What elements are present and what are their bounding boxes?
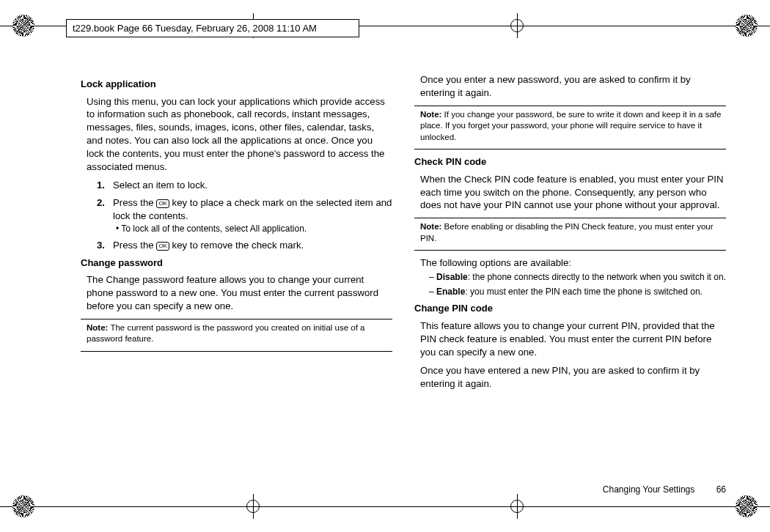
option-text: : you must enter the PIN each time the p… (465, 287, 703, 297)
heading-lock-application: Lock application (81, 78, 392, 91)
registration-mark-icon (245, 498, 261, 514)
option-label: Disable (436, 272, 468, 282)
column-left: Lock application Using this menu, you ca… (81, 73, 392, 473)
options-list: Disable: the phone connects directly to … (429, 271, 726, 298)
page-footer: Changing Your Settings 66 (603, 484, 726, 495)
page-body: Lock application Using this menu, you ca… (81, 73, 726, 473)
option-label: Enable (436, 287, 465, 297)
side-marks-right (732, 0, 761, 532)
step-text: Select an item to lock. (113, 179, 392, 192)
pinwheel-icon (12, 495, 34, 517)
note-text: If you change your password, be sure to … (420, 110, 721, 141)
pinwheel-icon (12, 15, 34, 37)
list-item: 3. Press the OK key to remove the check … (97, 239, 392, 252)
note-text: Before enabling or disabling the PIN Che… (420, 222, 714, 243)
crop-marks-bottom (0, 498, 770, 514)
note-label: Note: (87, 323, 108, 332)
note: Note: The current password is the passwo… (81, 319, 392, 348)
paragraph: Using this menu, you can lock your appli… (87, 95, 392, 174)
pinwheel-icon (736, 15, 758, 37)
note-text: The current password is the password you… (87, 323, 365, 344)
list-item: 1. Select an item to lock. (97, 179, 392, 192)
page-number: 66 (716, 484, 726, 495)
registration-mark-icon (509, 498, 525, 514)
ordered-list: 1. Select an item to lock. 2. Press the … (97, 179, 392, 222)
list-item: Disable: the phone connects directly to … (436, 271, 726, 283)
registration-mark-icon (509, 18, 525, 34)
rule-icon (81, 351, 392, 352)
column-right: Once you enter a new password, you are a… (414, 73, 726, 473)
paragraph: The Change password feature allows you t… (87, 273, 392, 312)
note: Note: If you change your password, be su… (414, 106, 726, 147)
heading-change-password: Change password (81, 256, 392, 270)
section-name: Changing Your Settings (603, 484, 694, 495)
ok-key-icon: OK (156, 199, 169, 208)
step-text: key to remove the check mark. (169, 240, 304, 251)
paragraph: Once you enter a new password, you are a… (420, 73, 726, 100)
sub-bullet: To lock all of the contents, select All … (116, 223, 392, 234)
option-text: : the phone connects directly to the net… (468, 272, 726, 282)
paragraph: This feature allows you to change your c… (420, 319, 726, 358)
ordered-list: 3. Press the OK key to remove the check … (97, 239, 392, 252)
paragraph: When the Check PIN code feature is enabl… (420, 173, 726, 212)
heading-check-pin: Check PIN code (414, 155, 726, 169)
note-label: Note: (420, 110, 441, 119)
step-text: Press the (113, 197, 156, 208)
rule-icon (414, 250, 726, 251)
pinwheel-icon (736, 495, 758, 517)
step-text: Press the (113, 240, 156, 251)
ok-key-icon: OK (156, 242, 169, 251)
note: Note: Before enabling or disabling the P… (414, 218, 726, 247)
list-item: 2. Press the OK key to place a check mar… (97, 196, 392, 223)
page-header-metadata: t229.book Page 66 Tuesday, February 26, … (66, 19, 359, 37)
header-label: t229.book Page 66 Tuesday, February 26, … (73, 23, 317, 34)
side-marks-left (9, 0, 38, 532)
paragraph: Once you have entered a new PIN, you are… (420, 364, 726, 391)
heading-change-pin: Change PIN code (414, 302, 726, 315)
paragraph: The following options are available: (420, 256, 726, 270)
list-item: Enable: you must enter the PIN each time… (436, 286, 726, 298)
note-label: Note: (420, 222, 441, 231)
rule-icon (414, 149, 726, 149)
